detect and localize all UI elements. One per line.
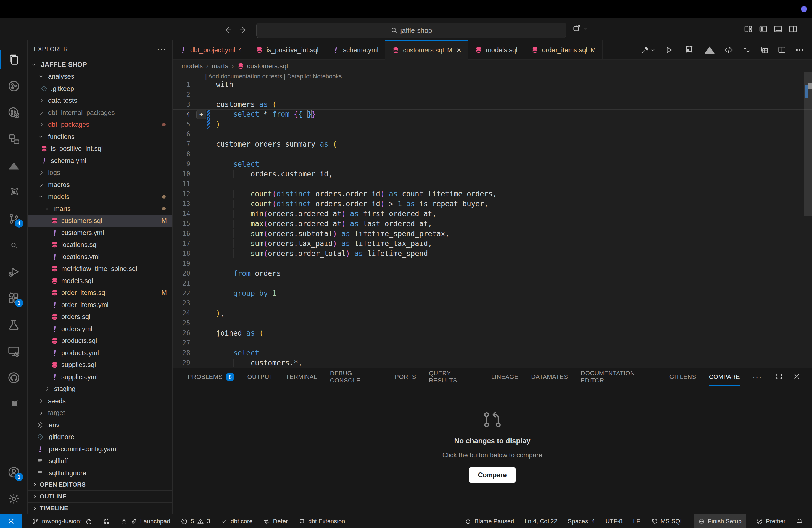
tree-file-customers.yml[interactable]: customers.yml [28,227,172,239]
code-line-1[interactable]: 1with [173,79,812,89]
code-line-14[interactable]: 14 min(orders.ordered_at) as first_order… [173,209,812,219]
tree-file-locations.sql[interactable]: locations.sql [28,239,172,251]
tree-folder-dbt_packages[interactable]: dbt_packages [28,119,172,131]
code-line-11[interactable]: 11 [173,179,812,189]
dbt-power-user-button[interactable] [682,43,695,57]
status-item-pull-request-status[interactable] [102,514,111,528]
tree-folder-models[interactable]: models [28,191,172,203]
tree-file-is_positive_int.sql[interactable]: is_positive_int.sql [28,143,172,155]
code-line-29[interactable]: 29 customers.*, [173,358,812,368]
panel-tab-problems[interactable]: PROBLEMS8 [188,368,234,386]
activity-bar-item-dbt-power-user[interactable] [0,179,28,205]
code-line-4[interactable]: 4+ select * from {{ }} [173,109,812,119]
panel-right-icon-button[interactable] [788,24,798,35]
tree-file-products.yml[interactable]: products.yml [28,347,172,359]
panel-left-icon-button[interactable] [758,24,768,35]
status-item-eol[interactable]: LF [633,514,641,528]
tree-file-order_items.yml[interactable]: order_items.yml [28,299,172,311]
tree-folder-marts[interactable]: marts [28,203,172,215]
run-query-button[interactable] [664,45,673,55]
tree-folder-functions[interactable]: functions [28,131,172,143]
status-item-dbt-core-status[interactable]: dbt core [220,514,253,528]
activity-bar-item-source-control[interactable]: 4 [0,205,28,232]
tree-file-metricflow_time_spine.sql[interactable]: metricflow_time_spine.sql [28,263,172,275]
editor-tab-is_positive_int.sql[interactable]: is_positive_int.sql [249,40,325,59]
navigate-back-button[interactable] [222,22,234,38]
status-item-remote-indicator[interactable] [0,514,22,528]
editor-tab-dbt_project.yml[interactable]: dbt_project.yml4 [173,40,249,59]
activity-bar-item-accounts[interactable]: 1 [0,459,28,485]
split-editor-button[interactable] [777,45,787,55]
tree-file-models.sql[interactable]: models.sql [28,275,172,287]
code-line-16[interactable]: 16 sum(orders.subtotal) as lifetime_spen… [173,229,812,239]
editor-tab-order_items.sql[interactable]: order_items.sqlM [524,40,603,59]
navigate-forward-button[interactable] [237,22,250,38]
datapilot-button[interactable] [703,44,716,56]
editor-tab-models.sql[interactable]: models.sql [468,40,524,59]
close-panel-button[interactable] [793,372,801,382]
panel-tab-ports[interactable]: PORTS [395,368,416,386]
code-line-22[interactable]: 22 group by 1 [173,288,812,298]
panel-tab-query-results[interactable]: QUERY RESULTS [429,368,479,386]
sidebar-more-button[interactable]: ··· [157,45,166,54]
copilot-button[interactable] [572,24,588,33]
tree-folder-macros[interactable]: macros [28,179,172,191]
maximize-panel-button[interactable] [775,372,783,382]
code-editor[interactable]: … | Add documentation or tests | Datapil… [173,72,812,368]
activity-bar-item-search[interactable] [0,232,28,259]
tree-file-supplies.sql[interactable]: supplies.sql [28,359,172,371]
tab-close-icon[interactable]: × [457,46,461,55]
tree-folder-logs[interactable]: logs [28,167,172,179]
tree-file-.sqlfluffignore[interactable]: .sqlfluffignore [28,467,172,479]
status-item-defer-status[interactable]: Defer [262,514,288,528]
compare-button[interactable]: Compare [469,467,516,483]
activity-bar-item-datapilot[interactable] [0,152,28,179]
status-item-indentation[interactable]: Spaces: 4 [567,514,595,528]
activity-bar-item-run-and-debug[interactable] [0,259,28,285]
activity-bar-item-github[interactable] [0,365,28,391]
more-actions-button[interactable] [795,45,804,55]
code-line-26[interactable]: 26joined as ( [173,328,812,338]
code-line-23[interactable]: 23 [173,298,812,308]
status-item-encoding[interactable]: UTF-8 [605,514,623,528]
status-item-problems-status[interactable]: 53 [180,514,211,528]
code-line-25[interactable]: 25 [173,318,812,328]
activity-bar-item-remote-explorer[interactable] [0,338,28,365]
tree-folder-data-tests[interactable]: data-tests [28,95,172,107]
tree-file-orders.sql[interactable]: orders.sql [28,311,172,323]
panel-tab-lineage[interactable]: LINEAGE [491,368,518,386]
tree-file-orders.yml[interactable]: orders.yml [28,323,172,335]
tree-folder-JAFFLE-SHOP[interactable]: JAFFLE-SHOP [28,59,172,71]
activity-bar-item-dbt-alt[interactable] [0,391,28,417]
activity-bar-item-lineage[interactable] [0,126,28,152]
panel-tab-output[interactable]: OUTPUT [247,368,273,386]
tree-file-products.sql[interactable]: products.sql [28,335,172,347]
query-results-button[interactable] [759,45,769,55]
tree-file-order_items.sql[interactable]: order_items.sqlM [28,287,172,299]
sidebar-section-timeline[interactable]: TIMELINE [28,502,172,514]
status-item-finish-setup[interactable]: Finish Setup [694,514,746,528]
code-line-17[interactable]: 17 sum(orders.tax_paid) as lifetime_tax_… [173,239,812,249]
code-line-8[interactable]: 8 [173,149,812,159]
breadcrumb-item[interactable]: marts [212,62,228,70]
tree-file-.env[interactable]: .env [28,419,172,431]
tree-file-.gitkeep[interactable]: .gitkeep [28,83,172,95]
code-line-28[interactable]: 28 select [173,348,812,358]
panel-more-button[interactable]: ··· [753,368,762,386]
tree-folder-analyses[interactable]: analyses [28,71,172,83]
editor-tab-customers.sql[interactable]: customers.sqlM× [385,40,468,60]
activity-bar-item-settings[interactable] [0,485,28,512]
tree-file-.gitignore[interactable]: .gitignore [28,431,172,443]
status-item-dbt-extension-status[interactable]: dbt Extension [298,514,346,528]
status-item-prettier-status[interactable]: Prettier [755,514,786,528]
code-line-10[interactable]: 10 orders.customer_id, [173,169,812,179]
code-line-9[interactable]: 9 select [173,159,812,169]
code-line-27[interactable]: 27 [173,338,812,348]
activity-bar-item-explorer[interactable] [0,46,28,73]
status-item-notifications[interactable] [795,514,804,528]
status-item-branch-status[interactable]: mwong-fusion* [31,514,93,528]
codelens-actions[interactable]: … | Add documentation or tests | Datapil… [198,73,342,80]
breadcrumb-item[interactable]: models [182,62,203,70]
code-line-7[interactable]: 7customer_orders_summary as ( [173,139,812,149]
status-item-cursor-position[interactable]: Ln 4, Col 22 [524,514,558,528]
